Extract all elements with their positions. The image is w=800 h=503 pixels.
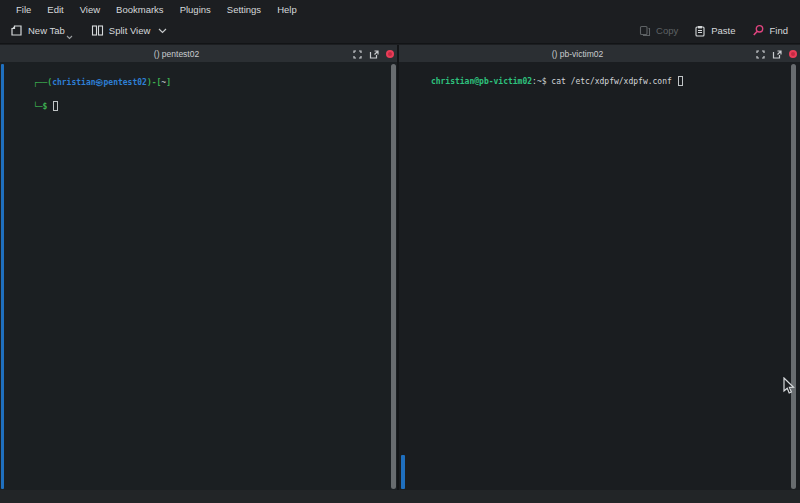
find-icon	[752, 24, 765, 37]
toolbar: New Tab Split View Copy Paste	[0, 18, 800, 44]
new-tab-submenu-caret	[66, 35, 73, 40]
menu-file[interactable]: File	[8, 2, 39, 17]
left-new-lines-highlight	[1, 64, 4, 489]
copy-button[interactable]: Copy	[633, 21, 684, 41]
menu-help[interactable]: Help	[269, 2, 305, 17]
right-command: cat /etc/xdpfw/xdpfw.conf	[547, 77, 677, 86]
left-pane-title: () pentest02	[0, 49, 353, 59]
left-close-icon[interactable]	[386, 50, 394, 58]
prompt-space	[47, 102, 52, 111]
left-terminal-content: ┌──(christian㉿pentest02)-[~] └─$	[4, 65, 171, 125]
paste-icon	[694, 25, 706, 37]
right-terminal-cursor	[678, 76, 683, 86]
left-terminal-scrollbar[interactable]	[391, 64, 396, 489]
prompt-close: ]	[166, 78, 171, 87]
menu-view[interactable]: View	[72, 2, 108, 17]
new-tab-button[interactable]: New Tab	[4, 20, 71, 41]
konsole-window: File Edit View Bookmarks Plugins Setting…	[0, 0, 800, 503]
left-pane-titlebar-icons	[353, 45, 394, 62]
split-view-button[interactable]: Split View	[85, 20, 174, 41]
menu-edit[interactable]: Edit	[39, 2, 71, 17]
new-tab-label: New Tab	[28, 25, 65, 36]
left-terminal[interactable]: ┌──(christian㉿pentest02)-[~] └─$	[0, 62, 397, 490]
find-button[interactable]: Find	[746, 20, 794, 41]
right-prompt-user-host: christian@pb-victim02	[431, 77, 532, 86]
right-detach-icon[interactable]	[772, 45, 782, 63]
paste-button[interactable]: Paste	[688, 21, 741, 41]
left-expand-icon[interactable]	[353, 45, 362, 63]
paste-label: Paste	[711, 25, 735, 36]
copy-label: Copy	[656, 25, 678, 36]
right-terminal-scrollbar[interactable]	[791, 64, 796, 489]
right-terminal-content: christian@pb-victim02:~$ cat /etc/xdpfw/…	[402, 64, 683, 100]
new-tab-icon	[10, 24, 23, 37]
menu-settings[interactable]: Settings	[219, 2, 269, 17]
menu-bookmarks[interactable]: Bookmarks	[108, 2, 172, 17]
prompt-mid: )-[	[147, 78, 161, 87]
right-terminal[interactable]: christian@pb-victim02:~$ cat /etc/xdpfw/…	[399, 62, 800, 490]
right-new-lines-highlight	[401, 455, 405, 489]
split-view-label: Split View	[109, 25, 151, 36]
right-pane-titlebar-icons	[756, 45, 797, 62]
mouse-cursor-pointer	[783, 377, 795, 399]
right-expand-icon[interactable]	[756, 45, 765, 63]
menu-plugins[interactable]: Plugins	[172, 2, 219, 17]
menu-bar: File Edit View Bookmarks Plugins Setting…	[0, 0, 800, 18]
copy-icon	[639, 25, 651, 37]
right-pane-titlebar[interactable]: () pb-victim02	[399, 45, 800, 62]
window-bottom-strip	[0, 490, 800, 503]
left-detach-icon[interactable]	[369, 45, 379, 63]
prompt-box-open: ┌──(	[33, 78, 52, 87]
prompt-box-bottom: └─$	[33, 102, 47, 111]
find-label: Find	[770, 25, 788, 36]
left-terminal-cursor	[53, 101, 58, 111]
right-close-icon[interactable]	[789, 50, 797, 58]
right-pane-title: () pb-victim02	[399, 49, 756, 59]
split-view-icon	[91, 24, 104, 37]
split-view-caret-icon	[158, 28, 167, 34]
prompt-user-host: christian㉿pentest02	[52, 78, 147, 87]
left-pane-titlebar[interactable]: () pentest02	[0, 45, 397, 62]
